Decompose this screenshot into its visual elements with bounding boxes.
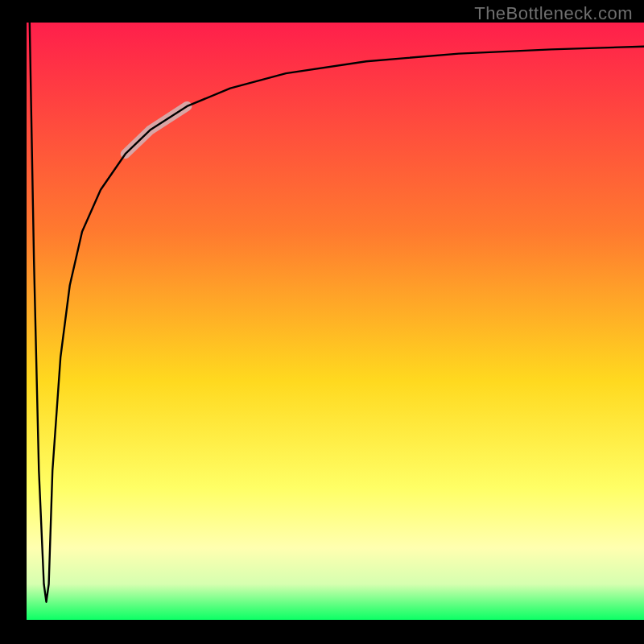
y-axis (0, 0, 27, 644)
x-axis (0, 620, 644, 644)
bottleneck-chart (0, 0, 644, 644)
watermark-text: TheBottleneck.com (474, 3, 633, 24)
plot-background (27, 23, 644, 620)
chart-container: TheBottleneck.com (0, 0, 644, 644)
